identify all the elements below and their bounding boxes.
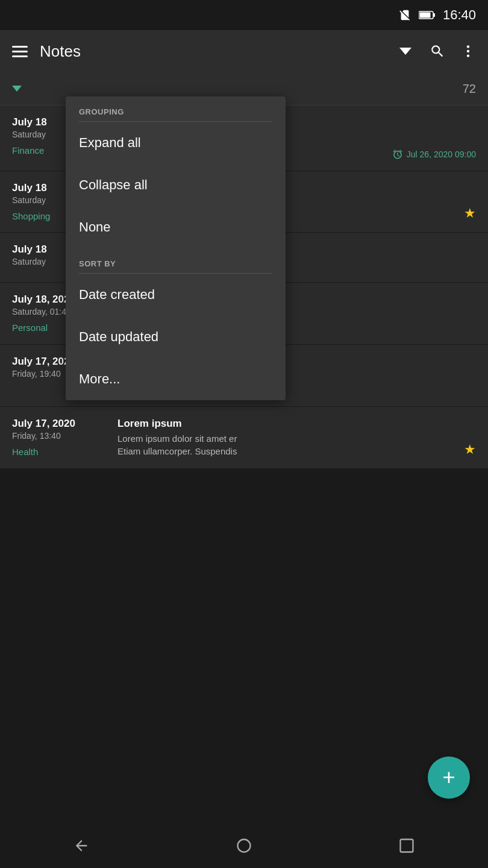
sort-by-section-label: SORT BY bbox=[66, 248, 286, 273]
expand-all-option[interactable]: Expand all bbox=[66, 122, 286, 164]
collapse-all-option[interactable]: Collapse all bbox=[66, 164, 286, 206]
dropdown-overlay[interactable]: GROUPING Expand all Collapse all None SO… bbox=[0, 0, 488, 868]
more-option[interactable]: More... bbox=[66, 358, 286, 400]
date-created-option[interactable]: Date created bbox=[66, 274, 286, 316]
grouping-section-label: GROUPING bbox=[66, 96, 286, 121]
date-updated-option[interactable]: Date updated bbox=[66, 316, 286, 358]
dropdown-menu: GROUPING Expand all Collapse all None SO… bbox=[66, 96, 286, 400]
none-option[interactable]: None bbox=[66, 206, 286, 248]
